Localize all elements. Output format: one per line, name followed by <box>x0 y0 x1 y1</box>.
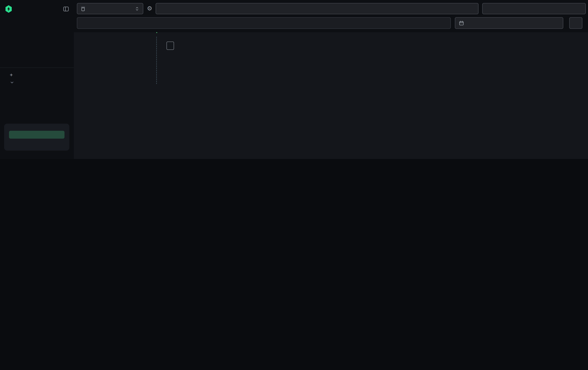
filter-panel <box>74 32 156 159</box>
logo <box>5 5 15 13</box>
heatmap-selection-box[interactable] <box>156 32 157 33</box>
orderby-query-input[interactable] <box>482 3 586 14</box>
topbar: ⚙ <box>74 0 588 32</box>
hyperdx-logo-icon <box>5 5 12 13</box>
heatmap-time-marker <box>156 37 157 84</box>
filter-by-selection-button[interactable] <box>167 42 174 50</box>
sidebar-collapse-icon[interactable] <box>63 6 69 12</box>
charts-area <box>156 32 588 159</box>
divider <box>0 67 74 68</box>
search-bar <box>77 17 451 29</box>
run-query-button[interactable] <box>569 17 583 29</box>
select-query-input[interactable] <box>156 3 479 14</box>
date-range-picker[interactable] <box>455 17 563 29</box>
presets-toggle[interactable] <box>10 80 17 84</box>
calendar-icon <box>459 20 464 25</box>
chevron-down-icon <box>10 80 14 84</box>
events-heatmap[interactable] <box>163 37 580 84</box>
sidebar: + <box>0 0 74 159</box>
hyperdx-app: + ⚙ <box>0 0 588 159</box>
create-dashboard-button[interactable]: + <box>10 72 16 78</box>
search-input[interactable] <box>81 20 441 26</box>
gear-icon[interactable]: ⚙ <box>146 5 153 12</box>
plus-icon: + <box>10 72 13 78</box>
chevron-updown-icon <box>135 6 139 11</box>
get-started-button[interactable] <box>9 131 64 139</box>
source-select[interactable] <box>77 3 143 14</box>
database-icon <box>81 6 85 11</box>
clickhouse-cloud-promo <box>4 124 69 151</box>
